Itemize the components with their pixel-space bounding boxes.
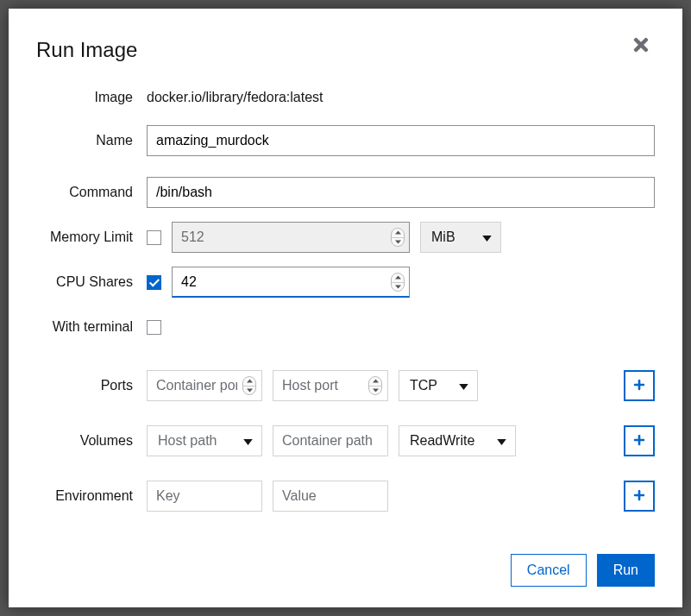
- cpu-shares-checkbox[interactable]: [147, 275, 161, 290]
- host-path-value: Host path: [158, 433, 217, 449]
- plus-icon: [633, 434, 645, 449]
- memory-step-down[interactable]: [392, 238, 404, 247]
- close-icon: [631, 45, 651, 58]
- terminal-label: With terminal: [36, 319, 147, 335]
- image-label: Image: [36, 90, 147, 105]
- add-port-button[interactable]: [624, 370, 655, 401]
- add-env-button[interactable]: [624, 481, 655, 512]
- cancel-button[interactable]: Cancel: [511, 554, 587, 587]
- env-value-input[interactable]: [273, 481, 388, 512]
- modal-title: Run Image: [36, 36, 137, 63]
- volumes-label: Volumes: [36, 433, 147, 449]
- host-port-down[interactable]: [369, 387, 381, 395]
- command-label: Command: [36, 185, 147, 200]
- host-port-up[interactable]: [369, 377, 381, 387]
- name-label: Name: [36, 133, 147, 148]
- memory-spinner: [391, 228, 405, 247]
- ports-label: Ports: [36, 378, 147, 393]
- cpu-shares-input[interactable]: [172, 267, 410, 298]
- plus-icon: [633, 489, 645, 504]
- caret-down-icon: [482, 229, 492, 245]
- host-port-spinner: [368, 376, 382, 395]
- run-button[interactable]: Run: [597, 554, 655, 587]
- memory-limit-input[interactable]: [172, 222, 410, 253]
- cpu-spinner: [391, 273, 405, 292]
- cpu-step-down[interactable]: [392, 283, 404, 292]
- memory-unit-select[interactable]: MiB: [420, 222, 501, 253]
- port-protocol-select[interactable]: TCP: [399, 370, 478, 401]
- host-path-select[interactable]: Host path: [147, 425, 262, 456]
- name-input[interactable]: [147, 125, 655, 156]
- with-terminal-checkbox[interactable]: [147, 320, 161, 335]
- plus-icon: [633, 379, 645, 393]
- image-value: docker.io/library/fedora:latest: [147, 90, 324, 105]
- caret-down-icon: [459, 378, 468, 393]
- container-path-input[interactable]: [273, 425, 388, 456]
- container-port-up[interactable]: [243, 377, 255, 387]
- cpu-step-up[interactable]: [392, 273, 404, 283]
- cpu-label: CPU Shares: [36, 274, 147, 290]
- port-protocol-value: TCP: [410, 378, 437, 393]
- caret-down-icon: [243, 433, 253, 449]
- container-port-spinner: [242, 376, 256, 395]
- memory-limit-checkbox[interactable]: [147, 230, 161, 245]
- host-port-wrap: [273, 370, 388, 401]
- run-image-modal: Run Image Image docker.io/library/fedora…: [9, 9, 682, 607]
- env-label: Environment: [36, 488, 147, 504]
- memory-step-up[interactable]: [392, 229, 404, 238]
- caret-down-icon: [497, 433, 506, 449]
- volume-mode-select[interactable]: ReadWrite: [399, 425, 516, 456]
- env-key-input[interactable]: [147, 481, 262, 512]
- memory-unit-value: MiB: [431, 229, 455, 245]
- command-input[interactable]: [147, 177, 655, 208]
- close-button[interactable]: [627, 31, 655, 60]
- memory-label: Memory Limit: [36, 229, 147, 245]
- container-port-wrap: [147, 370, 262, 401]
- add-volume-button[interactable]: [624, 425, 655, 456]
- container-port-down[interactable]: [243, 387, 255, 395]
- volume-mode-value: ReadWrite: [410, 433, 474, 449]
